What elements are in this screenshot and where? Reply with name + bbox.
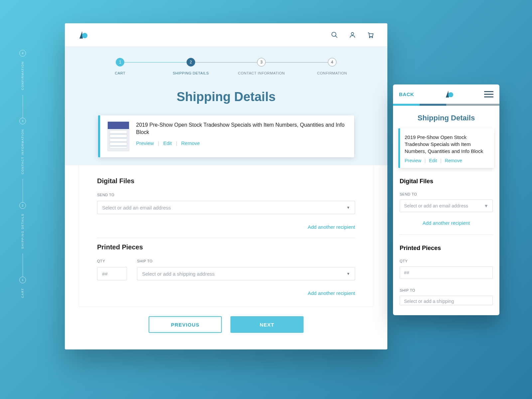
logo-icon	[445, 89, 454, 99]
side-step-1-label: CART	[21, 288, 24, 298]
cart-icon[interactable]	[367, 31, 374, 39]
logo[interactable]	[78, 30, 88, 40]
send-to-label: SEND TO	[97, 193, 355, 197]
svg-point-0	[82, 33, 87, 38]
side-step-2-label: SHIPPING DETAILS	[21, 213, 24, 249]
side-stepper: 4 CONFIRMATION 3 CONTACT INFORMATION 2 S…	[19, 50, 26, 303]
side-step-2: 2	[19, 202, 26, 209]
digital-files-heading: Digital Files	[97, 177, 355, 185]
step-contact-information[interactable]: 3 CONTACT INFORMATION	[226, 58, 297, 75]
checkout-stepper: 1 CART 2 SHIPPING DETAILS 3 CONTACT INFO…	[85, 58, 367, 75]
mobile-logo[interactable]	[445, 89, 454, 99]
side-step-4: 4	[19, 50, 26, 57]
chevron-down-icon: ▼	[346, 272, 350, 276]
add-shipping-recipient-link[interactable]: Add another recipient	[97, 290, 355, 296]
mobile-item-title: 2019 Pre-Show Open Stock Tradeshow Speci…	[405, 134, 489, 155]
mobile-header: BACK	[393, 84, 499, 104]
previous-button[interactable]: PREVIOUS	[149, 316, 222, 333]
svg-point-3	[351, 32, 353, 35]
step-confirmation[interactable]: 4 CONFIRMATION	[297, 58, 368, 75]
stepper-area: 1 CART 2 SHIPPING DETAILS 3 CONTACT INFO…	[65, 47, 387, 165]
chevron-down-icon: ▼	[346, 205, 350, 209]
section-divider	[97, 238, 355, 238]
add-email-recipient-link[interactable]: Add another recipient	[97, 224, 355, 230]
mobile-digital-heading: Digital Files	[400, 178, 493, 185]
step-shipping-details[interactable]: 2 SHIPPING DETAILS	[156, 58, 226, 75]
svg-point-6	[448, 92, 453, 97]
side-step-3: 3	[19, 118, 26, 124]
mobile-ship-to-select[interactable]: Select or add a shipping	[400, 296, 493, 305]
printed-pieces-heading: Printed Pieces	[97, 243, 355, 251]
mobile-email-select[interactable]: Select or add an email address ▼	[400, 200, 493, 212]
next-button[interactable]: NEXT	[230, 316, 304, 333]
item-thumbnail	[107, 121, 129, 151]
ship-to-label: SHIP TO	[137, 259, 355, 263]
svg-point-4	[369, 37, 370, 38]
item-title: 2019 Pre-Show Open Stock Tradeshow Speci…	[136, 121, 347, 136]
mobile-remove-link[interactable]: Remove	[445, 158, 462, 163]
mobile-viewport: BACK Shipping Details 2019 Pre-Show Open…	[393, 84, 499, 315]
shipping-form: Digital Files SEND TO Select or add an e…	[78, 165, 374, 307]
search-icon[interactable]	[331, 31, 338, 39]
side-step-3-label: CONTACT INFORMATION	[21, 129, 24, 174]
mobile-edit-link[interactable]: Edit	[429, 158, 437, 163]
mobile-item-card: 2019 Pre-Show Open Stock Tradeshow Speci…	[398, 128, 494, 168]
svg-point-5	[372, 37, 373, 38]
logo-icon	[78, 30, 88, 40]
edit-link[interactable]: Edit	[163, 140, 172, 146]
menu-icon[interactable]	[484, 91, 493, 97]
account-icon[interactable]	[349, 31, 356, 39]
side-step-4-label: CONFIRMATION	[21, 61, 24, 90]
desktop-viewport: 1 CART 2 SHIPPING DETAILS 3 CONTACT INFO…	[65, 23, 387, 349]
back-button[interactable]: BACK	[399, 91, 414, 97]
ship-to-select[interactable]: Select or add a shipping address ▼	[137, 267, 355, 280]
email-recipient-select[interactable]: Select or add an email address ▼	[97, 201, 355, 214]
mobile-qty-label: QTY	[400, 259, 493, 263]
svg-line-2	[335, 36, 337, 38]
mobile-send-to-label: SEND TO	[400, 192, 493, 196]
chevron-down-icon: ▼	[484, 203, 488, 208]
side-step-1: 1	[19, 277, 26, 283]
mobile-qty-input[interactable]: ##	[400, 266, 493, 279]
mobile-printed-heading: Printed Pieces	[400, 245, 493, 252]
mobile-ship-to-label: SHIP TO	[400, 288, 493, 292]
svg-point-1	[332, 32, 336, 36]
mobile-divider	[400, 234, 493, 235]
mobile-preview-link[interactable]: Preview	[405, 158, 421, 163]
step-cart[interactable]: 1 CART	[85, 58, 156, 75]
app-header	[65, 23, 387, 47]
qty-label: QTY	[97, 259, 127, 263]
remove-link[interactable]: Remove	[181, 140, 200, 146]
page-title: Shipping Details	[85, 90, 367, 104]
item-card: 2019 Pre-Show Open Stock Tradeshow Speci…	[98, 115, 354, 157]
mobile-add-email-link[interactable]: Add another recipient	[400, 220, 493, 226]
preview-link[interactable]: Preview	[136, 140, 154, 146]
qty-input[interactable]: ##	[97, 267, 127, 280]
mobile-page-title: Shipping Details	[393, 114, 499, 122]
mobile-progress-bar	[393, 104, 499, 106]
